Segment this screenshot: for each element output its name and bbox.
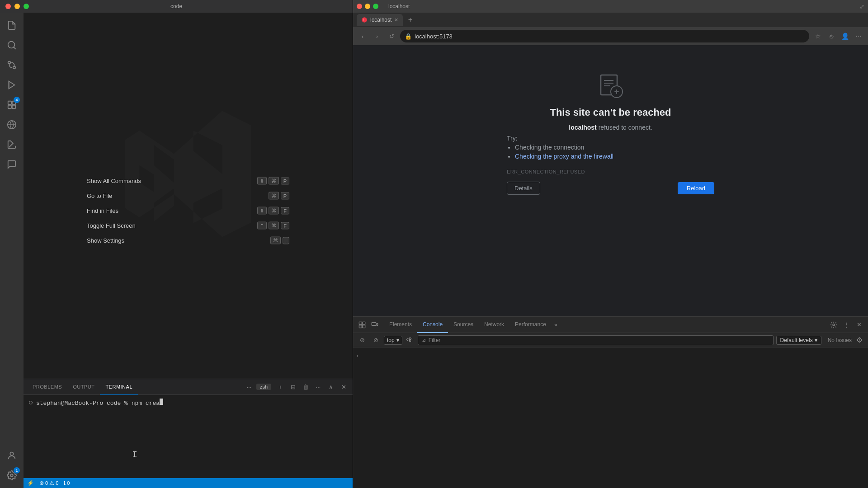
find-in-files-keys: ⇧ ⌘ F — [257, 207, 289, 215]
console-settings-icon[interactable]: ⚙ — [854, 335, 864, 345]
suggestion-proxy-link[interactable]: Checking the proxy and the firewall — [515, 153, 613, 160]
devtools-left-icons — [357, 319, 380, 330]
split-terminal-button[interactable]: ⊟ — [288, 381, 298, 392]
settings-gear-icon[interactable] — [3, 466, 21, 484]
tab-problems[interactable]: PROBLEMS — [27, 379, 67, 395]
address-bar[interactable]: 🔒 localhost:5173 — [400, 30, 809, 42]
files-icon[interactable] — [3, 16, 21, 34]
more-devtools-tabs-button[interactable]: » — [552, 321, 560, 328]
error-refused-text: refused to connect. — [599, 124, 652, 131]
search-icon[interactable] — [3, 36, 21, 54]
browser-maximize-button[interactable] — [373, 4, 378, 9]
browser-more-button[interactable]: ⋯ — [853, 30, 864, 42]
tab-output[interactable]: OUTPUT — [67, 379, 100, 395]
maximize-button[interactable] — [24, 4, 29, 9]
error-subtitle: localhost refused to connect. — [569, 124, 652, 131]
window-title: code — [170, 3, 182, 9]
panel-collapse-button[interactable]: ∧ — [326, 381, 336, 392]
error-action-buttons: Details Reload — [353, 174, 868, 202]
account-toolbar-button[interactable]: 👤 — [839, 30, 851, 42]
devtools-more-icon[interactable]: ⋮ — [841, 319, 852, 330]
suggestion-item-connection: Checking the connection — [515, 144, 613, 151]
browser-expand-button[interactable]: ⤢ — [859, 3, 864, 10]
go-to-file-item[interactable]: Go to File ⌘ P — [80, 188, 297, 203]
notifications-count: 0 — [67, 480, 70, 486]
devtools-device-icon[interactable] — [369, 319, 380, 330]
reload-button[interactable]: ↺ — [386, 30, 397, 42]
devtools-settings-icon[interactable] — [828, 319, 839, 330]
account-icon[interactable] — [3, 446, 21, 465]
console-context-selector[interactable]: top ▾ — [384, 336, 402, 345]
devtools-close-icon[interactable]: ✕ — [854, 319, 864, 330]
share-button[interactable]: ⎋ — [826, 30, 837, 42]
testing-icon[interactable] — [3, 136, 21, 154]
svg-rect-7 — [8, 105, 11, 108]
info-status-item[interactable]: ℹ 0 — [64, 480, 70, 486]
trash-terminal-button[interactable]: 🗑 — [300, 381, 311, 392]
extensions-icon[interactable] — [3, 96, 21, 114]
errors-status-item[interactable]: ⊗ 0 ⚠ 0 — [39, 480, 58, 486]
toggle-full-screen-item[interactable]: Toggle Full Screen ⌃ ⌘ F — [80, 218, 297, 233]
address-secure-icon: 🔒 — [405, 33, 412, 40]
tab-network[interactable]: Network — [479, 317, 509, 333]
show-settings-item[interactable]: Show Settings ⌘ , — [80, 233, 297, 248]
tab-close-button[interactable]: ✕ — [394, 17, 398, 23]
svg-rect-24 — [363, 325, 365, 328]
source-control-icon[interactable] — [3, 56, 21, 74]
close-button[interactable] — [5, 4, 11, 9]
terminal-content[interactable]: stephan@MacBook-Pro code % npm crea I — [24, 395, 353, 478]
remote-icon[interactable] — [3, 116, 21, 134]
default-levels-selector[interactable]: Default levels ▾ — [776, 336, 821, 345]
devtools-tabs: Elements Console Sources Network Perform… — [353, 317, 868, 333]
svg-rect-26 — [377, 323, 378, 325]
console-eye-icon[interactable]: 👁 — [405, 335, 415, 345]
chat-icon[interactable] — [3, 155, 21, 174]
activity-bar-bottom — [3, 446, 21, 488]
devtools-inspect-icon[interactable] — [357, 319, 368, 330]
clear-console-icon[interactable]: ⊘ — [357, 335, 368, 346]
forward-button[interactable]: › — [371, 30, 383, 42]
details-button[interactable]: Details — [507, 182, 540, 195]
add-terminal-button[interactable]: + — [275, 381, 286, 392]
error-host: localhost — [569, 124, 596, 131]
tab-terminal[interactable]: TERMINAL — [100, 379, 138, 395]
run-icon[interactable] — [3, 76, 21, 94]
error-try-label: Try: — [507, 135, 518, 142]
console-context-chevron-icon: ▾ — [396, 337, 399, 343]
console-filter-input[interactable]: ⊿ Filter — [418, 335, 774, 345]
tab-sources[interactable]: Sources — [448, 317, 479, 333]
minimize-button[interactable] — [14, 4, 20, 9]
show-all-commands-item[interactable]: Show All Commands ⇧ ⌘ P — [80, 174, 297, 188]
terminal-command: stephan@MacBook-Pro code % npm crea — [36, 399, 163, 407]
go-to-file-keys: ⌘ P — [269, 192, 289, 200]
panel-actions: ··· zsh + ⊟ 🗑 ··· ∧ ✕ — [244, 381, 349, 392]
panel-close-button[interactable]: ✕ — [338, 381, 349, 392]
svg-rect-23 — [359, 325, 362, 328]
reload-error-button[interactable]: Reload — [678, 182, 714, 194]
more-actions-button[interactable]: ··· — [244, 381, 255, 392]
back-button[interactable]: ‹ — [357, 30, 368, 42]
vscode-panel: code — [0, 0, 353, 488]
suggestion-item-proxy: Checking the proxy and the firewall — [515, 153, 613, 160]
vscode-main: Show All Commands ⇧ ⌘ P Go to File ⌘ P F — [24, 13, 353, 488]
bookmark-button[interactable]: ☆ — [812, 30, 824, 42]
find-in-files-label: Find in Files — [87, 207, 118, 214]
new-tab-button[interactable]: + — [405, 14, 415, 25]
svg-rect-22 — [363, 322, 365, 324]
remote-status-item[interactable]: ⚡ — [27, 480, 34, 486]
svg-rect-6 — [12, 101, 15, 104]
find-in-files-item[interactable]: Find in Files ⇧ ⌘ F — [80, 203, 297, 218]
tab-performance[interactable]: Performance — [509, 317, 552, 333]
browser-close-button[interactable] — [357, 4, 362, 9]
console-filter-icon[interactable]: ⊘ — [370, 335, 381, 346]
no-issues-label: No Issues — [828, 337, 852, 343]
browser-minimize-button[interactable] — [365, 4, 370, 9]
tab-console[interactable]: Console — [417, 317, 448, 333]
toggle-full-screen-keys: ⌃ ⌘ F — [257, 222, 289, 230]
console-arrow-icon[interactable]: › — [357, 353, 359, 358]
browser-window-title: localhost — [388, 3, 410, 9]
more-panel-button[interactable]: ··· — [313, 381, 324, 392]
tab-elements[interactable]: Elements — [384, 317, 417, 333]
browser-tab-localhost[interactable]: ! localhost ✕ — [357, 14, 403, 26]
error-suggestions-list: Checking the connection Checking the pro… — [507, 144, 613, 162]
